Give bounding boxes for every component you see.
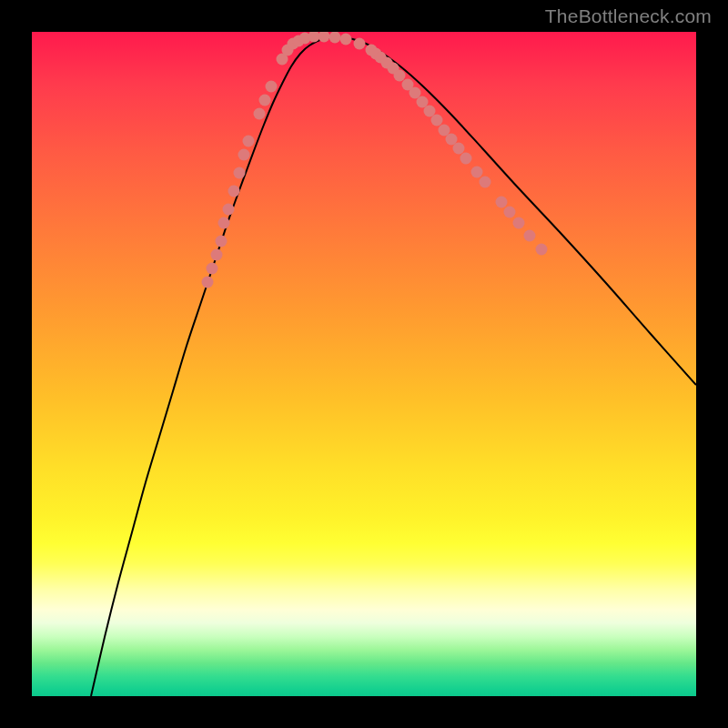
- data-marker: [471, 167, 483, 178]
- chart-overlay-svg: [32, 32, 696, 696]
- data-marker: [513, 217, 525, 229]
- data-marker: [536, 244, 548, 256]
- data-marker: [243, 136, 255, 147]
- data-marker: [354, 38, 366, 50]
- data-marker: [460, 153, 472, 165]
- data-marker: [266, 81, 278, 93]
- data-marker: [254, 108, 266, 120]
- data-marker: [453, 143, 465, 155]
- data-marker: [259, 95, 271, 106]
- data-marker: [524, 230, 536, 242]
- watermark-text: TheBottleneck.com: [545, 5, 712, 27]
- data-marker: [202, 277, 214, 288]
- bottleneck-curve: [91, 37, 696, 696]
- data-marker: [218, 217, 230, 229]
- data-marker: [340, 34, 352, 46]
- data-marker: [211, 249, 223, 261]
- plot-area: [32, 32, 696, 696]
- data-marker: [504, 207, 516, 218]
- chart-frame: TheBottleneck.com: [0, 0, 728, 728]
- data-marker: [496, 197, 508, 208]
- data-marker: [431, 115, 443, 126]
- data-marker: [329, 32, 341, 44]
- data-marker: [223, 204, 235, 216]
- data-marker: [238, 149, 250, 161]
- data-marker: [234, 167, 246, 179]
- data-marker: [480, 177, 491, 188]
- data-marker: [228, 186, 240, 197]
- data-marker: [216, 236, 228, 248]
- marker-group: [202, 32, 548, 288]
- data-marker: [207, 263, 218, 275]
- data-marker: [394, 70, 406, 82]
